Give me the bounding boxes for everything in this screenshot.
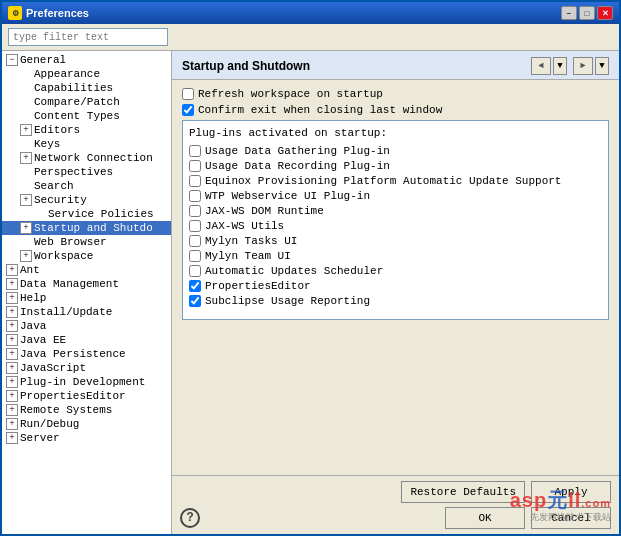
tree-label-run-debug: Run/Debug	[20, 418, 79, 430]
plugin-label-properties-editor: PropertiesEditor	[205, 280, 311, 292]
tree-item-run-debug[interactable]: +Run/Debug	[2, 417, 171, 431]
tree-item-network-connections[interactable]: +Network Connection	[2, 151, 171, 165]
plugin-checkbox-auto-updates[interactable]	[189, 265, 201, 277]
tree-item-javascript[interactable]: +JavaScript	[2, 361, 171, 375]
tree-item-workspace[interactable]: +Workspace	[2, 249, 171, 263]
help-button[interactable]: ?	[180, 508, 200, 528]
tree-expand-plugin-development[interactable]: +	[6, 376, 18, 388]
tree-item-install-update[interactable]: +Install/Update	[2, 305, 171, 319]
plugin-checkbox-equinox-provisioning[interactable]	[189, 175, 201, 187]
tree-label-keys: Keys	[34, 138, 60, 150]
tree-expand-workspace[interactable]: +	[20, 250, 32, 262]
tree-label-data-management: Data Management	[20, 278, 119, 290]
tree-expand-install-update[interactable]: +	[6, 306, 18, 318]
tree-item-appearance[interactable]: Appearance	[2, 67, 171, 81]
tree-item-java-ee[interactable]: +Java EE	[2, 333, 171, 347]
filter-input[interactable]	[8, 28, 168, 46]
tree-item-startup-shutdown[interactable]: +Startup and Shutdo	[2, 221, 171, 235]
right-body: Refresh workspace on startupConfirm exit…	[172, 80, 619, 475]
tree-expand-placeholder-service-policies	[34, 208, 46, 220]
tree-label-network-connections: Network Connection	[34, 152, 153, 164]
tree-expand-remote-systems[interactable]: +	[6, 404, 18, 416]
tree-item-data-management[interactable]: +Data Management	[2, 277, 171, 291]
startup-checkbox-row-refresh-workspace: Refresh workspace on startup	[182, 88, 609, 100]
startup-checkbox-refresh-workspace[interactable]	[182, 88, 194, 100]
plugin-row-wtp-webservice: WTP Webservice UI Plug-in	[189, 190, 602, 202]
plugin-checkbox-properties-editor[interactable]	[189, 280, 201, 292]
plugin-checkbox-wtp-webservice[interactable]	[189, 190, 201, 202]
plugin-checkbox-jax-ws-dom[interactable]	[189, 205, 201, 217]
tree-expand-help[interactable]: +	[6, 292, 18, 304]
tree-expand-security[interactable]: +	[20, 194, 32, 206]
nav-forward-button[interactable]: ►	[573, 57, 593, 75]
tree-item-keys[interactable]: Keys	[2, 137, 171, 151]
tree-label-properties-editor: PropertiesEditor	[20, 390, 126, 402]
filter-bar	[2, 24, 619, 51]
tree-expand-java-persistence[interactable]: +	[6, 348, 18, 360]
tree-item-java[interactable]: +Java	[2, 319, 171, 333]
tree-item-perspectives[interactable]: Perspectives	[2, 165, 171, 179]
right-panel: Startup and Shutdown ◄ ▼ ► ▼ Refresh wor…	[172, 51, 619, 534]
titlebar: ⚙ Preferences − □ ✕	[2, 2, 619, 24]
tree-expand-data-management[interactable]: +	[6, 278, 18, 290]
tree-item-service-policies[interactable]: Service Policies	[2, 207, 171, 221]
tree-label-editors: Editors	[34, 124, 80, 136]
tree-item-capabilities[interactable]: Capabilities	[2, 81, 171, 95]
plugin-checkbox-usage-data-recording[interactable]	[189, 160, 201, 172]
startup-checkbox-row-confirm-exit: Confirm exit when closing last window	[182, 104, 609, 116]
tree-expand-general[interactable]: −	[6, 54, 18, 66]
tree-label-javascript: JavaScript	[20, 362, 86, 374]
plugin-checkbox-usage-data-gathering[interactable]	[189, 145, 201, 157]
tree-label-appearance: Appearance	[34, 68, 100, 80]
tree-item-remote-systems[interactable]: +Remote Systems	[2, 403, 171, 417]
watermark-sub: 先发网络技术下载站	[530, 511, 611, 524]
nav-back-button[interactable]: ◄	[531, 57, 551, 75]
tree-expand-startup-shutdown[interactable]: +	[20, 222, 32, 234]
startup-checkbox-confirm-exit[interactable]	[182, 104, 194, 116]
apply-button[interactable]: Apply	[531, 481, 611, 503]
maximize-button[interactable]: □	[579, 6, 595, 20]
restore-defaults-button[interactable]: Restore Defaults	[401, 481, 525, 503]
tree-expand-run-debug[interactable]: +	[6, 418, 18, 430]
tree-expand-network-connections[interactable]: +	[20, 152, 32, 164]
plugin-checkbox-jax-ws-utils[interactable]	[189, 220, 201, 232]
tree-expand-properties-editor[interactable]: +	[6, 390, 18, 402]
nav-back-dropdown[interactable]: ▼	[553, 57, 567, 75]
plugin-checkbox-subclipse[interactable]	[189, 295, 201, 307]
tree-item-help[interactable]: +Help	[2, 291, 171, 305]
plugin-label-jax-ws-dom: JAX-WS DOM Runtime	[205, 205, 324, 217]
plugin-checkbox-mylyn-team[interactable]	[189, 250, 201, 262]
tree-expand-editors[interactable]: +	[20, 124, 32, 136]
tree-item-web-browser[interactable]: Web Browser	[2, 235, 171, 249]
tree-expand-java[interactable]: +	[6, 320, 18, 332]
tree-item-content-types[interactable]: Content Types	[2, 109, 171, 123]
tree-expand-java-ee[interactable]: +	[6, 334, 18, 346]
tree-item-properties-editor[interactable]: +PropertiesEditor	[2, 389, 171, 403]
plugin-label-jax-ws-utils: JAX-WS Utils	[205, 220, 284, 232]
tree-expand-placeholder-content-types	[20, 110, 32, 122]
tree-item-server[interactable]: +Server	[2, 431, 171, 445]
tree-item-editors[interactable]: +Editors	[2, 123, 171, 137]
tree-item-general[interactable]: −General	[2, 53, 171, 67]
tree-label-perspectives: Perspectives	[34, 166, 113, 178]
plugin-label-usage-data-gathering: Usage Data Gathering Plug-in	[205, 145, 390, 157]
tree-item-plugin-development[interactable]: +Plug-in Development	[2, 375, 171, 389]
plugin-label-auto-updates: Automatic Updates Scheduler	[205, 265, 383, 277]
tree-item-compare-patch[interactable]: Compare/Patch	[2, 95, 171, 109]
tree-item-search[interactable]: Search	[2, 179, 171, 193]
nav-forward-dropdown[interactable]: ▼	[595, 57, 609, 75]
right-header: Startup and Shutdown ◄ ▼ ► ▼	[172, 51, 619, 80]
close-button[interactable]: ✕	[597, 6, 613, 20]
tree-label-capabilities: Capabilities	[34, 82, 113, 94]
tree-item-ant[interactable]: +Ant	[2, 263, 171, 277]
tree-item-java-persistence[interactable]: +Java Persistence	[2, 347, 171, 361]
tree-label-web-browser: Web Browser	[34, 236, 107, 248]
tree-label-help: Help	[20, 292, 46, 304]
minimize-button[interactable]: −	[561, 6, 577, 20]
plugin-checkbox-mylyn-tasks[interactable]	[189, 235, 201, 247]
tree-expand-server[interactable]: +	[6, 432, 18, 444]
tree-expand-ant[interactable]: +	[6, 264, 18, 276]
tree-item-security[interactable]: +Security	[2, 193, 171, 207]
tree-expand-javascript[interactable]: +	[6, 362, 18, 374]
ok-button[interactable]: OK	[445, 507, 525, 529]
